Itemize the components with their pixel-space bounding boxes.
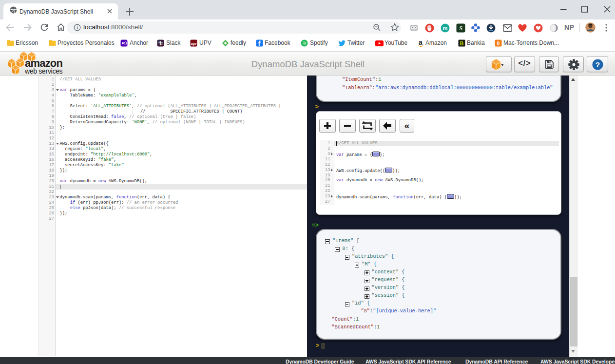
svg-text:m: m	[443, 25, 448, 31]
svg-text:0: 0	[497, 40, 500, 46]
svg-text:upv: upv	[191, 42, 197, 46]
svg-text:?: ?	[596, 60, 600, 69]
svg-text:a: a	[419, 39, 423, 46]
svg-text:S: S	[459, 24, 462, 32]
svg-text:web services: web services	[24, 67, 63, 75]
svg-text:B: B	[460, 40, 464, 46]
svg-text:«: «	[404, 120, 410, 131]
